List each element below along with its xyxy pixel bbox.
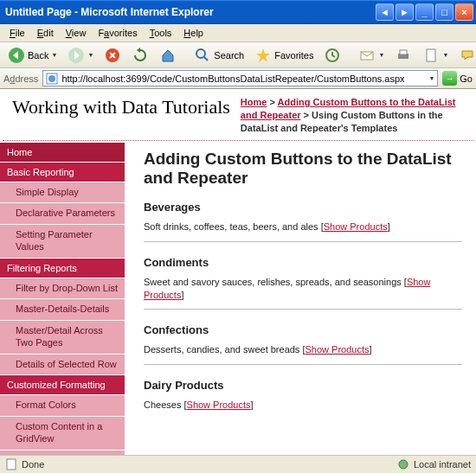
go-button[interactable]: → Go: [442, 71, 473, 86]
svg-line-4: [204, 57, 208, 61]
address-field[interactable]: http://localhost:3699/Code/CustomButtons…: [42, 70, 438, 86]
show-products-link[interactable]: Show Products: [306, 344, 370, 355]
menu-favorites[interactable]: Favorites: [92, 26, 143, 40]
category-item: Confections Desserts, candies, and sweet…: [144, 323, 462, 356]
category-name: Dairy Products: [144, 379, 462, 392]
main-content: Adding Custom Buttons to the DataList an…: [125, 141, 476, 455]
history-button[interactable]: [320, 45, 344, 66]
chevron-down-icon: ▼: [51, 52, 57, 58]
nav-item[interactable]: Format Colors: [0, 395, 125, 417]
favorites-button[interactable]: Favorites: [251, 45, 317, 66]
svg-rect-12: [7, 459, 16, 470]
forward-button[interactable]: ▼: [64, 45, 97, 66]
nav-home[interactable]: Home: [0, 143, 125, 163]
intranet-icon: [397, 458, 409, 470]
refresh-button[interactable]: [128, 45, 152, 66]
search-button[interactable]: Search: [190, 45, 248, 66]
nav-item[interactable]: Custom Content in a: [0, 451, 125, 455]
category-desc: Sweet and savory sauces, relishes, sprea…: [144, 277, 402, 287]
discuss-button[interactable]: [455, 45, 476, 66]
edit-button[interactable]: ▼: [419, 45, 452, 66]
history-icon: [324, 47, 341, 64]
crumb-home[interactable]: Home: [241, 97, 267, 107]
url-text: http://localhost:3699/Code/CustomButtons…: [61, 74, 425, 84]
page-viewport: Working with Data Tutorials Home > Addin…: [0, 89, 476, 455]
document-icon: [5, 458, 17, 470]
nav-item[interactable]: Details of Selected Row: [0, 355, 125, 376]
category-desc: Soft drinks, coffees, teas, beers, and a…: [144, 221, 318, 232]
category-name: Beverages: [144, 201, 462, 214]
chevron-down-icon: ▼: [87, 52, 93, 58]
mail-icon: [358, 47, 376, 64]
address-label: Address: [3, 74, 38, 84]
menu-view[interactable]: View: [60, 26, 93, 40]
content-title: Adding Custom Buttons to the DataList an…: [144, 150, 462, 189]
nav-item[interactable]: Filter by Drop-Down List: [0, 278, 125, 300]
menu-help[interactable]: Help: [177, 26, 209, 40]
chevron-down-icon[interactable]: ▼: [428, 75, 434, 81]
toolbar: Back ▼ ▼ Search Favorites ▼ ▼: [0, 42, 476, 68]
home-icon: [159, 47, 177, 64]
discuss-icon: [459, 47, 476, 64]
menu-file[interactable]: File: [3, 26, 31, 40]
category-name: Condiments: [144, 256, 462, 269]
svg-point-3: [196, 49, 205, 58]
favorites-label: Favorites: [274, 50, 313, 61]
category-item: Dairy Products Cheeses [Show Products]: [144, 379, 462, 412]
nav-section[interactable]: Basic Reporting: [0, 163, 125, 182]
menu-tools[interactable]: Tools: [144, 26, 178, 40]
back-label: Back: [28, 50, 48, 61]
chevron-down-icon: ▼: [378, 52, 384, 58]
page-title: Working with Data Tutorials: [12, 96, 230, 135]
divider: [144, 364, 462, 365]
address-bar: Address http://localhost:3699/Code/Custo…: [0, 68, 476, 89]
window-title: Untitled Page - Microsoft Internet Explo…: [5, 6, 374, 18]
nav-item[interactable]: Simple Display: [0, 182, 125, 204]
minimize-button[interactable]: _: [415, 3, 434, 21]
stop-button[interactable]: [100, 45, 125, 66]
svg-point-11: [48, 75, 55, 82]
status-text: Done: [22, 459, 44, 470]
status-bar: Done Local intranet: [0, 455, 476, 473]
nav-section[interactable]: Customized Formatting: [0, 375, 125, 395]
back-button[interactable]: Back ▼: [4, 45, 61, 66]
menu-edit[interactable]: Edit: [31, 26, 60, 40]
category-desc: Desserts, candies, and sweet breads: [144, 344, 299, 355]
nav-section[interactable]: Filtering Reports: [0, 259, 125, 278]
category-item: Beverages Soft drinks, coffees, teas, be…: [144, 201, 462, 233]
nav-item[interactable]: Custom Content in a GridView: [0, 417, 125, 451]
edit-icon: [422, 47, 440, 64]
search-label: Search: [214, 50, 244, 61]
maximize-button[interactable]: □: [435, 3, 453, 21]
print-icon: [395, 47, 412, 64]
menu-bar: File Edit View Favorites Tools Help: [0, 24, 476, 42]
close-button[interactable]: ×: [455, 3, 473, 21]
divider: [144, 309, 462, 310]
show-products-link[interactable]: Show Products: [187, 399, 251, 410]
show-products-link[interactable]: Show Products: [324, 221, 388, 232]
category-name: Confections: [144, 323, 462, 336]
page-header: Working with Data Tutorials Home > Addin…: [0, 89, 476, 138]
print-button[interactable]: [391, 45, 415, 66]
back-icon: [8, 47, 25, 64]
nav-item[interactable]: Declarative Parameters: [0, 203, 125, 225]
home-button[interactable]: [156, 45, 180, 66]
chevron-down-icon: ▼: [442, 52, 448, 58]
forward-nav-button[interactable]: ►: [396, 3, 414, 21]
star-icon: [254, 47, 272, 64]
sidebar: Home Basic Reporting Simple Display Decl…: [0, 141, 125, 455]
svg-rect-9: [427, 49, 435, 61]
forward-icon: [68, 47, 85, 64]
mail-button[interactable]: ▼: [355, 45, 388, 66]
breadcrumb: Home > Adding Custom Buttons to the Data…: [241, 96, 466, 135]
window-titlebar: Untitled Page - Microsoft Internet Explo…: [0, 0, 476, 24]
back-nav-button[interactable]: ◄: [376, 3, 394, 21]
category-desc: Cheeses: [144, 399, 181, 410]
page-icon: [46, 73, 58, 85]
svg-rect-8: [400, 50, 407, 54]
category-item: Condiments Sweet and savory sauces, reli…: [144, 256, 462, 303]
nav-item[interactable]: Master-Details-Details: [0, 299, 125, 321]
nav-item[interactable]: Master/Detail Across Two Pages: [0, 321, 125, 355]
zone-text: Local intranet: [414, 459, 471, 470]
nav-item[interactable]: Setting Parameter Values: [0, 225, 125, 259]
